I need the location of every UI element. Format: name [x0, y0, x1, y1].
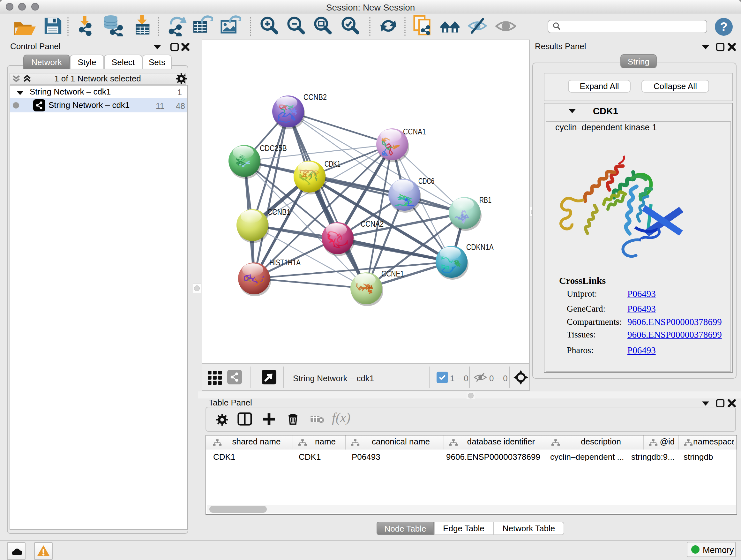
svg-text:CCNA1: CCNA1	[403, 127, 426, 136]
svg-text:CCNE1: CCNE1	[381, 269, 404, 278]
svg-text:CCNA2: CCNA2	[360, 219, 384, 228]
svg-text:CDC25B: CDC25B	[260, 144, 287, 152]
svg-text:CDKN1A: CDKN1A	[466, 243, 494, 252]
svg-text:CCNB1: CCNB1	[267, 207, 290, 216]
svg-text:RB1: RB1	[479, 195, 491, 204]
svg-text:CCNB2: CCNB2	[304, 92, 327, 102]
svg-text:HIST1H1A: HIST1H1A	[269, 258, 300, 267]
svg-text:CDC6: CDC6	[418, 177, 434, 186]
svg-text:CDK1: CDK1	[325, 159, 340, 168]
